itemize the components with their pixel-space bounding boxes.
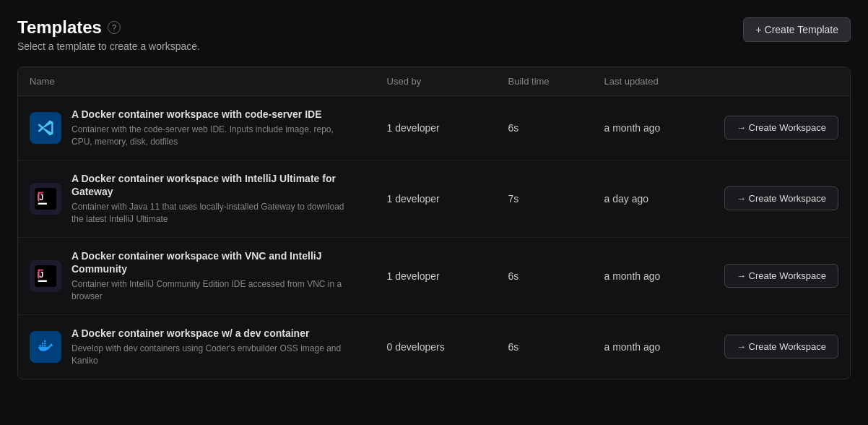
template-icon: IJ	[30, 183, 61, 215]
svg-rect-4	[38, 192, 40, 201]
template-action-cell: → Create Workspace	[713, 314, 850, 378]
template-description: Container with the code-server web IDE. …	[71, 124, 346, 148]
create-workspace-button[interactable]: → Create Workspace	[724, 116, 838, 139]
table-row: IJ A Docker container workspace with Int…	[18, 160, 850, 237]
templates-table: Name Used by Build time Last updated	[18, 67, 850, 379]
col-header-build-time: Build time	[497, 67, 593, 96]
svg-rect-10	[40, 345, 41, 346]
template-description: Container with IntelliJ Community Editio…	[71, 278, 346, 303]
page-title-area: Templates ?	[17, 17, 200, 38]
template-last-updated: a month ago	[593, 96, 713, 160]
col-header-action	[713, 67, 850, 96]
template-info: A Docker container workspace with code-s…	[71, 108, 346, 148]
template-build-time: 6s	[497, 96, 593, 160]
template-used-by: 1 developer	[376, 160, 497, 237]
template-cell: IJ A Docker container workspace with VNC…	[30, 249, 364, 303]
template-icon	[30, 331, 61, 363]
template-used-by: 1 developer	[376, 237, 497, 314]
template-cell: IJ A Docker container workspace with Int…	[30, 172, 364, 226]
template-title: A Docker container workspace with code-s…	[71, 108, 346, 121]
page-header: Templates ? Select a template to create …	[17, 17, 851, 52]
template-icon	[30, 112, 61, 144]
template-icon: IJ	[30, 260, 61, 292]
svg-rect-1	[38, 202, 47, 204]
svg-rect-14	[44, 343, 45, 344]
template-description: Container with Java 11 that uses locally…	[71, 201, 346, 226]
template-description: Develop with dev containers using Coder'…	[71, 343, 346, 367]
table-row: A Docker container workspace with code-s…	[18, 96, 850, 160]
page-container: Templates ? Select a template to create …	[0, 0, 868, 379]
template-title: A Docker container workspace with Intell…	[71, 172, 364, 198]
template-build-time: 6s	[497, 237, 593, 314]
template-name-cell: A Docker container workspace with code-s…	[18, 96, 376, 160]
create-template-button[interactable]: + Create Template	[743, 17, 851, 42]
template-name-cell: IJ A Docker container workspace with VNC…	[18, 237, 376, 314]
template-info: A Docker container workspace w/ a dev co…	[71, 327, 346, 367]
svg-rect-6	[38, 280, 47, 281]
svg-rect-13	[42, 343, 43, 344]
table-body: A Docker container workspace with code-s…	[18, 96, 850, 379]
template-title: A Docker container workspace with VNC an…	[71, 249, 364, 275]
template-last-updated: a month ago	[593, 314, 713, 378]
svg-rect-9	[38, 269, 40, 278]
template-last-updated: a month ago	[593, 237, 713, 314]
template-info: A Docker container workspace with Intell…	[71, 172, 364, 226]
template-name-cell: A Docker container workspace w/ a dev co…	[18, 314, 376, 378]
table-header: Name Used by Build time Last updated	[18, 67, 850, 96]
table-header-row: Name Used by Build time Last updated	[18, 67, 850, 96]
template-name-cell: IJ A Docker container workspace with Int…	[18, 160, 376, 237]
template-cell: A Docker container workspace w/ a dev co…	[30, 327, 364, 367]
create-workspace-button[interactable]: → Create Workspace	[724, 186, 838, 210]
col-header-used-by: Used by	[376, 67, 497, 96]
create-workspace-button[interactable]: → Create Workspace	[724, 264, 838, 288]
table-row: A Docker container workspace w/ a dev co…	[18, 314, 850, 378]
col-header-name: Name	[18, 67, 376, 96]
page-subtitle: Select a template to create a workspace.	[17, 40, 200, 52]
help-icon[interactable]: ?	[108, 21, 121, 34]
template-used-by: 1 developer	[376, 96, 497, 160]
template-info: A Docker container workspace with VNC an…	[71, 249, 364, 303]
template-build-time: 6s	[497, 314, 593, 378]
template-used-by: 0 developers	[376, 314, 497, 378]
svg-rect-12	[44, 345, 45, 346]
svg-rect-15	[44, 340, 45, 341]
templates-table-container: Name Used by Build time Last updated	[17, 66, 851, 379]
template-action-cell: → Create Workspace	[713, 96, 850, 160]
col-header-last-updated: Last updated	[593, 67, 713, 96]
template-action-cell: → Create Workspace	[713, 237, 850, 314]
template-cell: A Docker container workspace with code-s…	[30, 108, 364, 148]
create-workspace-button[interactable]: → Create Workspace	[724, 335, 838, 359]
template-build-time: 7s	[497, 160, 593, 237]
page-title: Templates	[17, 17, 102, 38]
table-row: IJ A Docker container workspace with VNC…	[18, 237, 850, 314]
template-last-updated: a day ago	[593, 160, 713, 237]
template-action-cell: → Create Workspace	[713, 160, 850, 237]
svg-rect-11	[42, 345, 43, 346]
template-title: A Docker container workspace w/ a dev co…	[71, 327, 346, 340]
